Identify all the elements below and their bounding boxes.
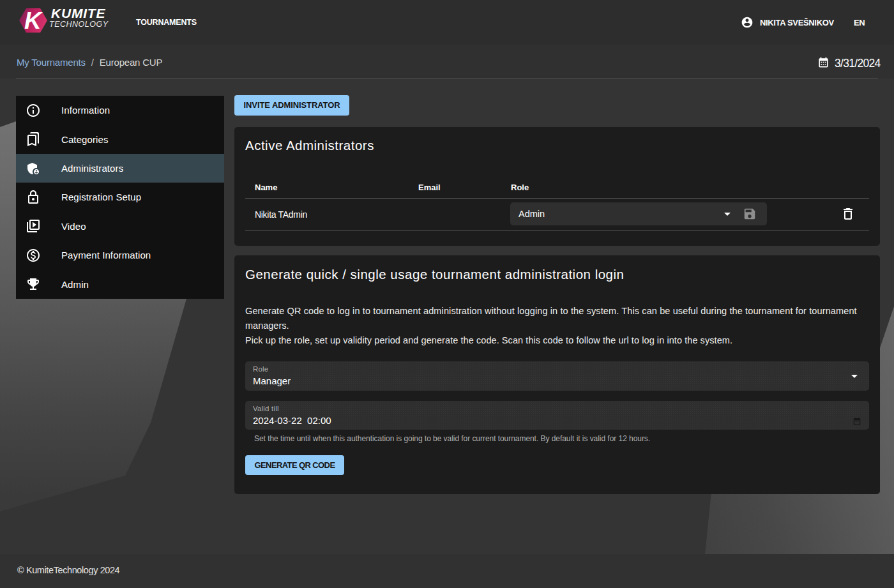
svg-text:K: K bbox=[24, 8, 43, 34]
